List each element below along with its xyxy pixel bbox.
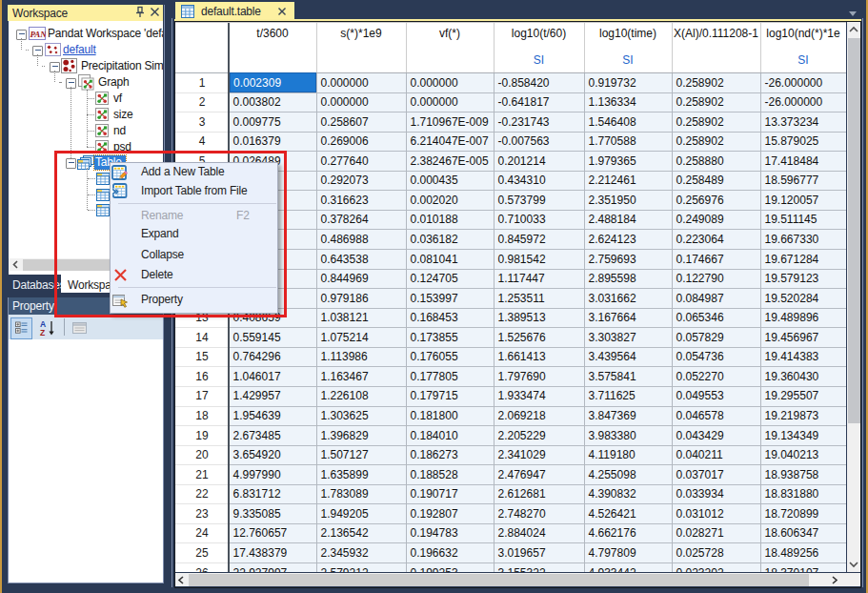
svg-text:Z: Z [40, 328, 45, 337]
svg-text:PAN: PAN [30, 30, 46, 39]
